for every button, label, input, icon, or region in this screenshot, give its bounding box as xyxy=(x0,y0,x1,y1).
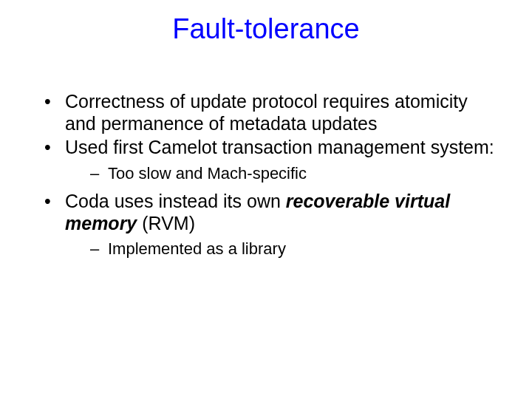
sub-bullet-text: Implemented as a library xyxy=(108,239,286,258)
sub-bullet-text: Too slow and Mach-specific xyxy=(108,164,307,183)
bullet-text: Used first Camelot transaction managemen… xyxy=(65,137,494,157)
slide-body: Correctness of update protocol requires … xyxy=(0,91,532,259)
slide: { "title": "Fault-tolerance", "bullets":… xyxy=(0,0,532,399)
slide-title: Fault-tolerance xyxy=(0,0,532,45)
bullet-text-pre: Coda uses instead its own xyxy=(65,191,286,211)
sub-bullet-list: Too slow and Mach-specific xyxy=(90,163,495,184)
sub-bullet-item: Too slow and Mach-specific xyxy=(90,163,495,184)
sub-bullet-list: Implemented as a library xyxy=(90,239,495,259)
bullet-text-post: (RVM) xyxy=(137,213,195,233)
bullet-text: Correctness of update protocol requires … xyxy=(65,91,468,134)
bullet-list: Correctness of update protocol requires … xyxy=(44,91,495,259)
sub-bullet-item: Implemented as a library xyxy=(90,239,495,259)
bullet-item: Coda uses instead its own recoverable vi… xyxy=(44,191,495,259)
bullet-item: Used first Camelot transaction managemen… xyxy=(44,137,495,183)
bullet-item: Correctness of update protocol requires … xyxy=(44,91,495,134)
